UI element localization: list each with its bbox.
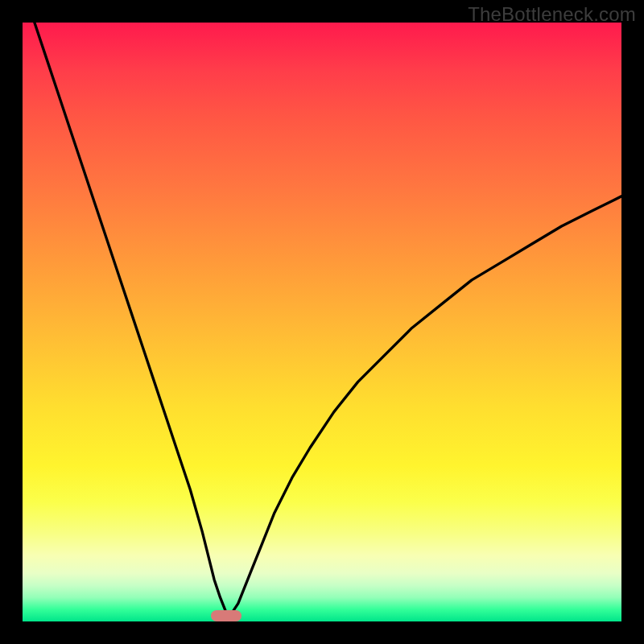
curve-layer (23, 23, 621, 621)
bottleneck-curve (35, 23, 621, 613)
chart-frame: TheBottleneck.com (0, 0, 644, 644)
minimum-marker (211, 610, 242, 621)
plot-area (23, 23, 621, 621)
